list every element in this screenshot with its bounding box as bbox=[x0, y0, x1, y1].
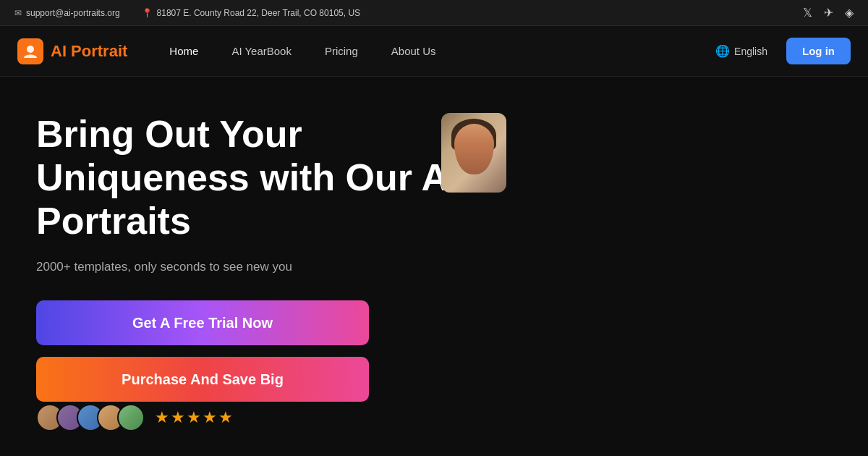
avatar-5 bbox=[117, 404, 145, 431]
portrait-image bbox=[441, 113, 506, 193]
nav-pricing[interactable]: Pricing bbox=[312, 39, 371, 63]
star-1: ★ bbox=[155, 408, 169, 427]
telegram-icon[interactable]: ✈ bbox=[824, 6, 833, 20]
discord-icon[interactable]: ◈ bbox=[845, 6, 854, 20]
navbar: AI Portrait Home AI YearBook Pricing Abo… bbox=[0, 26, 868, 77]
free-trial-button[interactable]: Get A Free Trial Now bbox=[36, 300, 369, 345]
language-selector[interactable]: 🌐 English bbox=[708, 40, 775, 62]
language-label: English bbox=[734, 46, 767, 57]
star-rating: ★ ★ ★ ★ ★ bbox=[155, 408, 233, 427]
logo-icon bbox=[17, 38, 43, 64]
hero-section: Bring Out Your Uniqueness with Our AI Po… bbox=[0, 77, 868, 453]
svg-point-0 bbox=[27, 46, 34, 53]
email-item: ✉ support@ai-portraits.org bbox=[14, 8, 120, 18]
address-item: 📍 81807 E. County Road 22, Deer Trail, C… bbox=[142, 8, 361, 18]
globe-icon: 🌐 bbox=[715, 44, 730, 58]
twitter-icon[interactable]: 𝕏 bbox=[803, 6, 812, 20]
hero-subtitle: 2000+ templates, only seconds to see new… bbox=[36, 260, 292, 274]
nav-links: Home AI YearBook Pricing About Us bbox=[156, 39, 708, 63]
avatar-stack bbox=[36, 404, 145, 431]
star-4: ★ bbox=[203, 408, 217, 427]
login-button[interactable]: Log in bbox=[786, 38, 851, 64]
nav-right: 🌐 English Log in bbox=[708, 38, 851, 64]
nav-ai-yearbook[interactable]: AI YearBook bbox=[218, 39, 305, 63]
social-proof: ★ ★ ★ ★ ★ bbox=[36, 404, 233, 431]
social-links: 𝕏 ✈ ◈ bbox=[803, 6, 854, 20]
email-icon: ✉ bbox=[14, 8, 22, 18]
hero-title: Bring Out Your Uniqueness with Our AI Po… bbox=[36, 113, 470, 242]
star-5: ★ bbox=[218, 408, 233, 427]
top-bar: ✉ support@ai-portraits.org 📍 81807 E. Co… bbox=[0, 0, 868, 26]
star-3: ★ bbox=[187, 408, 201, 427]
email-text: support@ai-portraits.org bbox=[26, 8, 120, 18]
nav-about-us[interactable]: About Us bbox=[378, 39, 449, 63]
purchase-button[interactable]: Purchase And Save Big bbox=[36, 357, 369, 402]
location-icon: 📍 bbox=[142, 8, 153, 18]
star-2: ★ bbox=[171, 408, 185, 427]
nav-home[interactable]: Home bbox=[156, 39, 211, 63]
address-text: 81807 E. County Road 22, Deer Trail, CO … bbox=[157, 8, 361, 18]
logo-text: AI Portrait bbox=[51, 42, 127, 61]
logo[interactable]: AI Portrait bbox=[17, 38, 127, 64]
